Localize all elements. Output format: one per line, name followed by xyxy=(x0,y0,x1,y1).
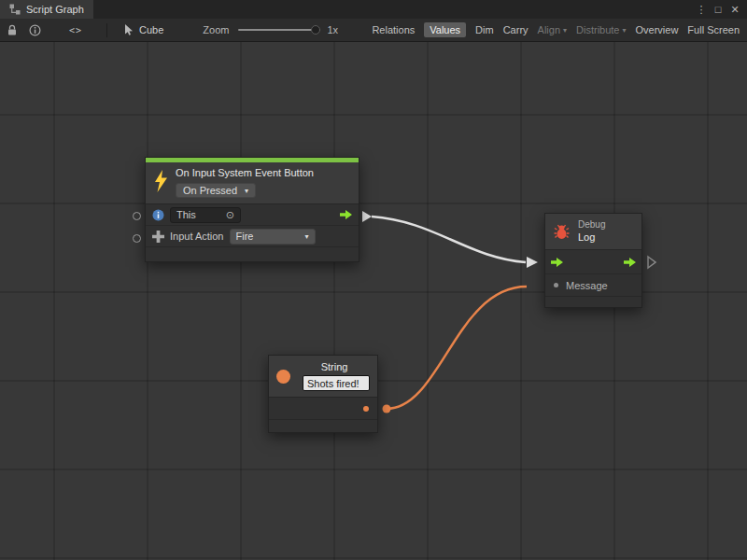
log-flow-output-triangle[interactable] xyxy=(648,257,655,268)
on-pressed-dropdown-label: On Pressed xyxy=(183,185,237,196)
event-node-title: On Input System Event Button xyxy=(176,167,351,179)
input-action-value: Fire xyxy=(236,231,254,242)
event-flow-output-port[interactable] xyxy=(340,210,352,219)
window-controls: ⋮ □ ✕ xyxy=(694,0,747,19)
message-label: Message xyxy=(566,280,608,291)
event-flow-output-triangle[interactable] xyxy=(362,211,372,222)
debug-node-category: Debug xyxy=(578,219,605,231)
string-output-port[interactable] xyxy=(383,405,391,413)
zoom-value: 1x xyxy=(327,24,338,35)
object-picker-icon[interactable]: ⊙ xyxy=(226,209,234,221)
lightning-icon xyxy=(153,170,168,198)
graph-target-label: Cube xyxy=(139,24,163,35)
zoom-slider-knob[interactable] xyxy=(311,25,320,35)
log-flow-input-port[interactable] xyxy=(551,258,563,267)
window-menu-icon[interactable]: ⋮ xyxy=(694,4,709,16)
string-value-input[interactable] xyxy=(303,375,370,391)
graph-target-breadcrumb[interactable]: Cube xyxy=(124,24,163,35)
this-row: This ⊙ xyxy=(146,204,359,226)
this-input-port[interactable] xyxy=(133,212,141,220)
code-icon[interactable]: <> xyxy=(69,25,82,35)
debug-node-title: Log xyxy=(578,231,605,244)
event-node-footer xyxy=(146,247,359,261)
chevron-down-icon: ▾ xyxy=(623,26,627,35)
dim-button[interactable]: Dim xyxy=(475,24,494,35)
wire-event-to-log[interactable] xyxy=(372,217,526,262)
graph-canvas[interactable]: On Input System Event Button On Pressed … xyxy=(0,42,747,560)
chevron-down-icon: ▾ xyxy=(304,232,308,241)
info-badge-icon xyxy=(152,209,164,221)
string-node-header: String xyxy=(269,356,377,398)
string-type-icon xyxy=(276,370,290,384)
string-inner-output-port[interactable] xyxy=(363,406,369,412)
message-row: Message xyxy=(545,274,641,297)
input-action-input-port[interactable] xyxy=(133,234,141,243)
node-string-literal[interactable]: String xyxy=(268,355,378,433)
overview-button[interactable]: Overview xyxy=(636,24,679,35)
debug-node-header: Debug Log xyxy=(545,214,641,250)
full-screen-button[interactable]: Full Screen xyxy=(687,24,740,35)
node-debug-log[interactable]: Debug Log Message xyxy=(544,213,642,308)
toolbar-separator xyxy=(106,23,107,37)
string-node-footer xyxy=(269,420,377,432)
pointer-icon xyxy=(124,24,134,35)
debug-node-footer xyxy=(545,297,641,307)
toolbar: <> Cube Zoom 1x Relations Values Dim Car… xyxy=(0,19,747,42)
window-titlebar: Script Graph ⋮ □ ✕ xyxy=(0,0,747,19)
message-input-port[interactable] xyxy=(554,283,558,287)
zoom-slider-track xyxy=(238,29,320,31)
bug-icon xyxy=(554,224,570,240)
log-flow-output-port[interactable] xyxy=(624,258,636,267)
distribute-dropdown[interactable]: Distribute▾ xyxy=(576,24,626,35)
event-node-header: On Input System Event Button On Pressed … xyxy=(146,162,359,204)
input-action-row: Input Action Fire ▾ xyxy=(146,226,359,247)
chevron-down-icon: ▾ xyxy=(245,187,248,195)
debug-flow-row xyxy=(545,250,641,274)
maximize-icon[interactable]: □ xyxy=(711,4,726,15)
string-node-title: String xyxy=(299,361,370,372)
tab-script-graph[interactable]: Script Graph xyxy=(0,0,93,19)
values-button[interactable]: Values xyxy=(424,22,466,37)
wire-string-to-message[interactable] xyxy=(387,287,527,409)
zoom-slider[interactable] xyxy=(238,24,320,35)
input-action-dropdown[interactable]: Fire ▾ xyxy=(230,229,316,245)
input-action-label: Input Action xyxy=(170,231,224,242)
string-output-row xyxy=(269,398,377,420)
close-icon[interactable]: ✕ xyxy=(727,4,742,16)
log-flow-input-arrowhead xyxy=(527,257,538,268)
this-label: This xyxy=(176,209,196,220)
align-dropdown[interactable]: Align▾ xyxy=(538,24,567,35)
script-graph-icon xyxy=(9,4,21,15)
this-object-field[interactable]: This ⊙ xyxy=(170,207,241,223)
info-icon[interactable] xyxy=(29,24,41,36)
relations-button[interactable]: Relations xyxy=(372,24,415,35)
lock-icon[interactable] xyxy=(7,24,18,36)
carry-button[interactable]: Carry xyxy=(503,24,529,35)
chevron-down-icon: ▾ xyxy=(563,26,567,35)
tab-title: Script Graph xyxy=(26,4,84,15)
on-pressed-dropdown[interactable]: On Pressed ▾ xyxy=(176,183,256,198)
dpad-icon xyxy=(152,231,164,243)
node-on-input-system-event-button[interactable]: On Input System Event Button On Pressed … xyxy=(145,157,359,262)
toolbar-button-group: Relations Values Dim Carry Align▾ Distri… xyxy=(372,22,740,37)
zoom-label: Zoom xyxy=(203,24,229,35)
